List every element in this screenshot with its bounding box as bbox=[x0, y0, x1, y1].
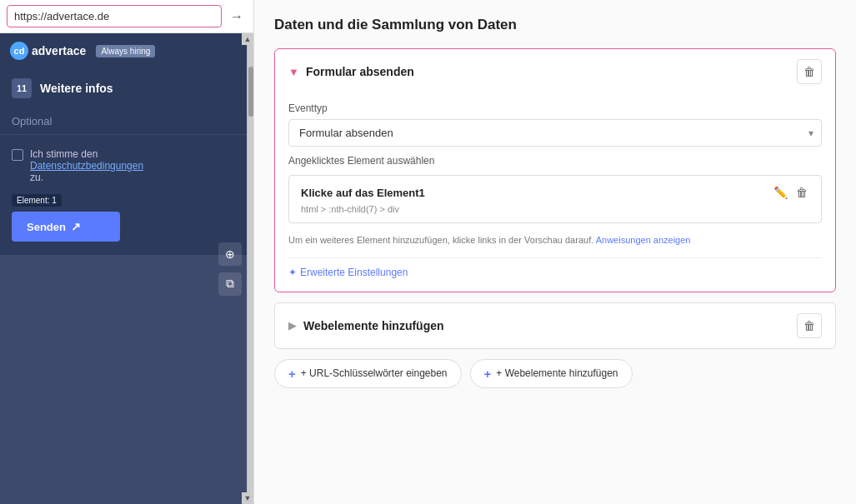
element-badge: Element: 1 bbox=[12, 194, 62, 207]
card1-delete-button[interactable]: 🗑 bbox=[797, 59, 822, 84]
advertace-logo: cd advertace bbox=[10, 42, 86, 60]
copy-icon-button[interactable]: ⧉ bbox=[218, 272, 242, 296]
arrow-right-icon: → bbox=[230, 9, 243, 23]
eventtype-select-wrapper: Formular absenden ▾ bbox=[288, 119, 822, 147]
chevron-right-icon: ▶ bbox=[288, 319, 297, 332]
add-web-label: + Webelemente hinzufügen bbox=[496, 367, 618, 379]
left-panel: → cd advertace Always hiring 11 Weitere … bbox=[0, 0, 254, 504]
chevron-down-icon: ▼ bbox=[288, 66, 299, 78]
card2-header: ▶ Webelemente hinzufügen 🗑 bbox=[275, 303, 835, 348]
trash-icon: 🗑 bbox=[803, 65, 815, 78]
logo-icon: cd bbox=[10, 42, 28, 60]
privacy-link[interactable]: Datenschutzbedingungen bbox=[30, 160, 143, 172]
trash-icon-2: 🗑 bbox=[803, 319, 815, 332]
add-url-button[interactable]: + + URL-Schlüsselwörter eingeben bbox=[274, 359, 462, 388]
external-link-icon: ↗ bbox=[71, 220, 81, 233]
plus-icon-url: + bbox=[288, 367, 296, 381]
step-number: 11 bbox=[12, 78, 32, 98]
element-section-label: Angeklicktes Element auswählen bbox=[288, 155, 822, 167]
webelemente-card: ▶ Webelemente hinzufügen 🗑 bbox=[274, 302, 836, 349]
checkbox[interactable] bbox=[12, 149, 23, 161]
checkbox-row: Ich stimme den Datenschutzbedingungen zu… bbox=[12, 148, 242, 183]
element-name: Klicke auf das Element1 bbox=[301, 187, 425, 199]
card1-body: Eventtyp Formular absenden ▾ Angeklickte… bbox=[275, 102, 835, 292]
target-icon: ⊕ bbox=[225, 247, 235, 261]
form-section: Ich stimme den Datenschutzbedingungen zu… bbox=[0, 135, 253, 255]
bottom-buttons: + + URL-Schlüsselwörter eingeben + + Web… bbox=[274, 359, 836, 388]
card1-title: Formular absenden bbox=[306, 65, 414, 78]
eventtype-select[interactable]: Formular absenden bbox=[288, 119, 822, 147]
plus-icon-web: + bbox=[484, 367, 492, 381]
hint-text: Um ein weiteres Element hinzuzufügen, kl… bbox=[288, 233, 822, 247]
right-panel: Daten und die Sammlung von Daten ▼ Formu… bbox=[254, 0, 856, 504]
send-button[interactable]: Senden ↗ bbox=[12, 212, 120, 242]
optional-text: Optional bbox=[0, 108, 253, 134]
advanced-label: Erweiterte Einstellungen bbox=[300, 267, 408, 278]
delete-element-button[interactable]: 🗑 bbox=[794, 184, 809, 201]
checkbox-label: Ich stimme den Datenschutzbedingungen zu… bbox=[30, 148, 143, 183]
card2-title: Webelemente hinzufügen bbox=[303, 319, 444, 332]
logo-text: advertace bbox=[32, 44, 86, 57]
formular-card: ▼ Formular absenden 🗑 Eventtyp Formular … bbox=[274, 48, 836, 292]
step-label: Weitere infos bbox=[40, 82, 113, 95]
card1-header-left: ▼ Formular absenden bbox=[288, 65, 414, 78]
element-card: Klicke auf das Element1 ✏️ 🗑 html > :nth… bbox=[288, 175, 822, 223]
hiring-badge: Always hiring bbox=[96, 45, 155, 57]
scroll-thumb[interactable] bbox=[248, 67, 253, 117]
card1-header: ▼ Formular absenden 🗑 bbox=[275, 49, 835, 94]
edit-element-button[interactable]: ✏️ bbox=[772, 184, 789, 201]
chevron-right-icon: ✦ bbox=[288, 267, 297, 278]
step-section: 11 Weitere infos bbox=[0, 68, 253, 108]
preview-area: cd advertace Always hiring 11 Weitere in… bbox=[0, 33, 253, 504]
element-actions: ✏️ 🗑 bbox=[772, 184, 809, 201]
element-selector: html > :nth-child(7) > div bbox=[301, 204, 809, 214]
target-icon-button[interactable]: ⊕ bbox=[218, 242, 242, 266]
floating-toolbar: ⊕ ⧉ bbox=[218, 242, 242, 296]
card2-delete-button[interactable]: 🗑 bbox=[797, 313, 822, 338]
page-title: Daten und die Sammlung von Daten bbox=[274, 17, 836, 33]
url-bar: → bbox=[0, 0, 253, 33]
advanced-settings-link[interactable]: ✦ Erweiterte Einstellungen bbox=[288, 257, 822, 278]
send-button-label: Senden bbox=[27, 221, 66, 233]
url-navigate-button[interactable]: → bbox=[227, 7, 247, 26]
instructions-link[interactable]: Anweisungen anzeigen bbox=[596, 235, 691, 245]
url-input[interactable] bbox=[7, 5, 222, 27]
element-card-header: Klicke auf das Element1 ✏️ 🗑 bbox=[301, 184, 809, 201]
add-web-button[interactable]: + + Webelemente hinzufügen bbox=[470, 359, 633, 388]
advertace-header: cd advertace Always hiring bbox=[0, 33, 253, 68]
step-row: 11 Weitere infos bbox=[12, 78, 242, 98]
scrollbar[interactable]: ▲ ▼ bbox=[247, 33, 253, 504]
copy-icon: ⧉ bbox=[226, 277, 234, 291]
scroll-up-button[interactable]: ▲ bbox=[242, 33, 253, 45]
pencil-icon: ✏️ bbox=[773, 186, 788, 199]
add-url-label: + URL-Schlüsselwörter eingeben bbox=[301, 367, 448, 379]
scroll-down-button[interactable]: ▼ bbox=[242, 492, 253, 504]
trash-element-icon: 🗑 bbox=[796, 186, 808, 199]
card2-header-left: ▶ Webelemente hinzufügen bbox=[288, 319, 444, 332]
eventtype-label: Eventtyp bbox=[288, 102, 822, 114]
